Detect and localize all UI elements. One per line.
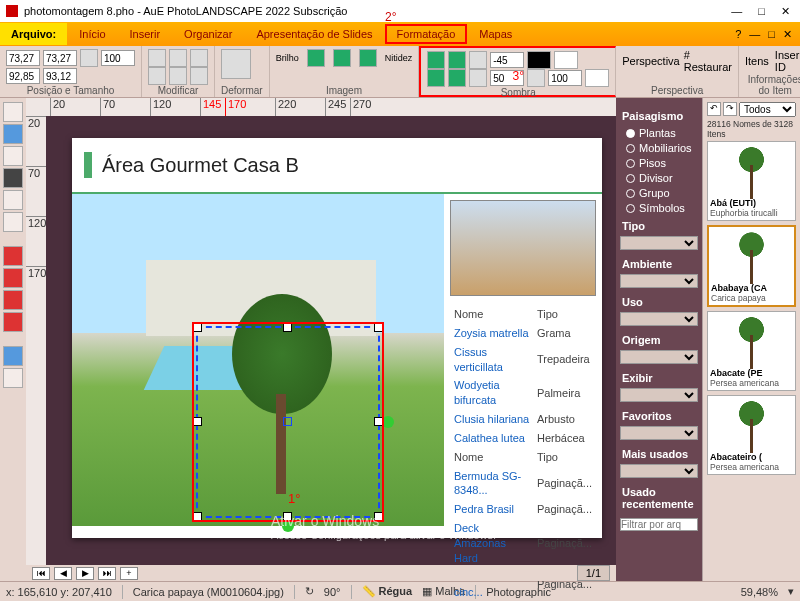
rect-tool[interactable] <box>3 246 23 266</box>
shadow-icon5[interactable] <box>448 69 466 87</box>
ellipse-tool[interactable] <box>3 268 23 288</box>
lib-back-button[interactable]: ↶ <box>707 102 721 116</box>
bucket-tool[interactable] <box>3 368 23 388</box>
handle-w[interactable] <box>193 417 202 426</box>
handle-ne[interactable] <box>374 323 383 332</box>
menu-inicio[interactable]: Início <box>67 24 117 44</box>
shadow-icon3[interactable] <box>469 51 487 69</box>
rotate-handle-e[interactable] <box>382 416 394 428</box>
pos-x-input[interactable]: 73,27 <box>6 50 40 66</box>
crop-icon[interactable] <box>169 67 187 85</box>
library-card[interactable]: +i? Abacate (PE Persea americana <box>707 311 796 391</box>
shadow-icon1[interactable] <box>427 51 445 69</box>
lock-aspect-icon[interactable] <box>80 49 98 67</box>
rotate-l-icon[interactable] <box>190 49 208 67</box>
restore-icon[interactable]: □ <box>768 28 775 41</box>
radio-plantas[interactable]: Plantas <box>626 127 698 139</box>
move-tool[interactable] <box>3 146 23 166</box>
deform-preview[interactable] <box>221 49 251 79</box>
page-indicator[interactable]: 1/1 <box>577 565 610 581</box>
hand-tool[interactable] <box>3 124 23 144</box>
mais-select[interactable] <box>620 464 698 478</box>
handle-sw[interactable] <box>193 512 202 521</box>
radio-pisos[interactable]: Pisos <box>626 157 698 169</box>
handle-se[interactable] <box>374 512 383 521</box>
line-tool[interactable] <box>3 290 23 310</box>
menu-mapas[interactable]: Mapas <box>467 24 524 44</box>
selection-box[interactable] <box>196 326 380 518</box>
perspective-button[interactable]: Perspectiva <box>622 55 679 67</box>
prev-page-button[interactable]: ◀ <box>54 567 72 580</box>
photo-thumbnail[interactable] <box>450 200 596 296</box>
origem-select[interactable] <box>620 350 698 364</box>
shadow-icon6[interactable] <box>469 69 487 87</box>
center-handle[interactable] <box>283 417 292 426</box>
first-page-button[interactable]: ⏮ <box>32 567 50 580</box>
menu-inserir[interactable]: Inserir <box>118 24 173 44</box>
uso-select[interactable] <box>620 312 698 326</box>
shadow-swatch2[interactable] <box>554 51 578 69</box>
shadow-icon4[interactable] <box>427 69 445 87</box>
flip-h-icon[interactable] <box>148 49 166 67</box>
exibir-select[interactable] <box>620 388 698 402</box>
menu-slides[interactable]: Apresentação de Slides <box>244 24 384 44</box>
path-tool[interactable] <box>3 312 23 332</box>
filter-search-input[interactable] <box>620 518 698 531</box>
zoom-dropdown-icon[interactable]: ▾ <box>788 585 794 598</box>
zoom-tool[interactable] <box>3 168 23 188</box>
handle-n[interactable] <box>283 323 292 332</box>
shadow-icon7[interactable] <box>527 69 545 87</box>
radio-grupo[interactable]: Grupo <box>626 187 698 199</box>
radio-simbolos[interactable]: Símbolos <box>626 202 698 214</box>
close-doc-icon[interactable]: ✕ <box>783 28 792 41</box>
height-input[interactable]: 93,12 <box>43 68 77 84</box>
favoritos-select[interactable] <box>620 426 698 440</box>
rotate-handle-s[interactable] <box>282 520 294 532</box>
tipo-select[interactable] <box>620 236 698 250</box>
shape-tool-b[interactable] <box>3 212 23 232</box>
shadow-icon2[interactable] <box>448 51 466 69</box>
handle-nw[interactable] <box>193 323 202 332</box>
rotate-r-icon[interactable] <box>148 67 166 85</box>
restore-button[interactable]: # Restaurar <box>684 49 732 73</box>
menu-formatacao[interactable]: Formatação <box>385 24 468 44</box>
ambiente-select[interactable] <box>620 274 698 288</box>
last-page-button[interactable]: ⏭ <box>98 567 116 580</box>
tint1-icon[interactable] <box>307 49 325 67</box>
library-card[interactable]: +i? Abacateiro ( Persea americana <box>707 395 796 475</box>
scale-input[interactable]: 100 <box>101 50 135 66</box>
radio-divisor[interactable]: Divisor <box>626 172 698 184</box>
mask-icon[interactable] <box>190 67 208 85</box>
lib-fwd-button[interactable]: ↷ <box>723 102 737 116</box>
close-button[interactable]: ✕ <box>781 5 790 18</box>
zoom-indicator[interactable]: 59,48% <box>741 586 778 598</box>
menu-file[interactable]: Arquivo: <box>0 23 67 45</box>
canvas-3d[interactable]: 1° <box>72 194 444 526</box>
help-icon[interactable]: ? <box>735 28 741 41</box>
width-input[interactable]: 73,27 <box>43 50 77 66</box>
page[interactable]: Área Gourmet Casa B <box>72 138 602 538</box>
eyedropper-tool[interactable] <box>3 346 23 366</box>
shadow-angle-input[interactable]: -45 <box>490 52 524 68</box>
maximize-button[interactable]: □ <box>758 5 765 18</box>
minimize-button[interactable]: — <box>731 5 742 18</box>
menu-organizar[interactable]: Organizar <box>172 24 244 44</box>
library-card[interactable]: +i? Ababaya (CA Carica papaya <box>707 225 796 307</box>
shadow-swatch1[interactable] <box>527 51 551 69</box>
pos-y-input[interactable]: 92,85 <box>6 68 40 84</box>
shadow-swatch3[interactable] <box>585 69 609 87</box>
add-page-button[interactable]: + <box>120 567 138 580</box>
shadow-c-input[interactable]: 100 <box>548 70 582 86</box>
cursor-tool[interactable] <box>3 102 23 122</box>
lib-filter-select[interactable]: Todos <box>739 102 796 117</box>
tint2-icon[interactable] <box>333 49 351 67</box>
tint3-icon[interactable] <box>359 49 377 67</box>
flip-v-icon[interactable] <box>169 49 187 67</box>
minimize-ribbon-icon[interactable]: — <box>749 28 760 41</box>
radio-mobiliarios[interactable]: Mobiliarios <box>626 142 698 154</box>
shape-tool-a[interactable] <box>3 190 23 210</box>
inserir-id-button[interactable]: Inserir ID <box>775 49 800 73</box>
next-page-button[interactable]: ▶ <box>76 567 94 580</box>
itens-button[interactable]: Itens <box>745 55 769 67</box>
library-card[interactable]: +i? Abá (EUTI) Euphorbia tirucalli <box>707 141 796 221</box>
